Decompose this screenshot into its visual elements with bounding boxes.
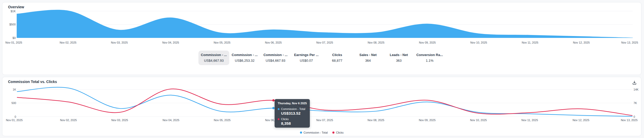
metric-value: US$0.07 <box>291 59 321 63</box>
metric-card[interactable]: Sales - Net364 <box>353 51 383 65</box>
svg-text:Nov 10, 2025: Nov 10, 2025 <box>470 119 487 122</box>
metric-card[interactable]: Conversion Ra...1.1% <box>414 51 445 65</box>
svg-text:Nov 02, 2025: Nov 02, 2025 <box>60 119 77 122</box>
export-button[interactable] <box>631 80 638 86</box>
tooltip-commission-label: Commission - Total <box>281 107 305 111</box>
svg-text:7K: 7K <box>633 101 637 105</box>
tooltip-clicks-value: 8,358 <box>281 121 307 126</box>
metric-label: Commission - ... <box>230 53 260 57</box>
svg-text:$1K: $1K <box>11 10 16 13</box>
commission-dot-icon <box>278 108 280 110</box>
legend-commission-label: Commission - Total <box>304 131 328 134</box>
svg-text:0: 0 <box>15 115 16 118</box>
svg-text:Nov 12, 2025: Nov 12, 2025 <box>573 119 589 122</box>
svg-text:Nov 11, 2025: Nov 11, 2025 <box>522 41 538 44</box>
metric-card[interactable]: Commission - ...US$4,667.93 <box>198 51 229 65</box>
metric-label: Leads - Net <box>384 53 414 57</box>
legend-item-clicks[interactable]: Clicks <box>332 131 344 134</box>
metric-card[interactable]: Earnings Per ...US$0.07 <box>291 51 322 65</box>
metric-card[interactable]: Commision - ...US$4,667.93 <box>260 51 291 65</box>
metric-label: Conversion Ra... <box>415 53 445 57</box>
svg-text:Nov 04, 2025: Nov 04, 2025 <box>162 119 179 122</box>
svg-text:Nov 01, 2025: Nov 01, 2025 <box>6 119 23 122</box>
metric-value: 1.1% <box>415 59 445 63</box>
metric-value: 68,877 <box>322 59 352 63</box>
svg-text:14K: 14K <box>633 88 639 91</box>
svg-text:Nov 02, 2025: Nov 02, 2025 <box>60 41 76 44</box>
svg-text:Nov 03, 2025: Nov 03, 2025 <box>111 41 128 44</box>
svg-text:Nov 10, 2025: Nov 10, 2025 <box>470 41 487 44</box>
svg-text:Nov 08, 2025: Nov 08, 2025 <box>368 41 384 44</box>
chart-legend: Commission - Total Clicks <box>2 131 641 134</box>
metric-label: Commission - ... <box>199 53 229 57</box>
tooltip-date: Thursday, Nov 6 2025 <box>278 102 307 105</box>
metric-value: US$4,667.93 <box>199 59 229 63</box>
metric-value: 363 <box>384 59 414 63</box>
legend-item-commission[interactable]: Commission - Total <box>300 131 328 134</box>
metrics-row: Commission - ...US$4,667.93Commission - … <box>2 51 641 65</box>
overview-title: Overview <box>8 5 24 9</box>
svg-text:Nov 13, 2025: Nov 13, 2025 <box>621 41 638 44</box>
tooltip-clicks-row: Clicks <box>278 118 307 121</box>
svg-text:Nov 07, 2025: Nov 07, 2025 <box>316 41 333 44</box>
clicks-dot-icon <box>278 118 280 120</box>
legend-clicks-label: Clicks <box>336 131 344 134</box>
metric-card[interactable]: Leads - Net363 <box>383 51 414 65</box>
chart-tooltip: Thursday, Nov 6 2025 Commission - Total … <box>275 99 310 128</box>
overview-panel: Overview $0$500$1KNov 01, 2025Nov 02, 20… <box>2 2 641 75</box>
metric-label: Sales - Net <box>353 53 383 57</box>
tooltip-commission-value: US$313.52 <box>281 111 307 115</box>
svg-text:Nov 06, 2025: Nov 06, 2025 <box>265 41 282 44</box>
comparison-panel: Commission Total vs. Clicks 005007K1K14K… <box>2 77 641 136</box>
svg-text:0: 0 <box>633 115 635 118</box>
svg-text:Nov 13, 2025: Nov 13, 2025 <box>621 119 638 122</box>
comparison-line-chart[interactable]: 005007K1K14KNov 01, 2025Nov 02, 2025Nov … <box>2 77 641 136</box>
svg-text:Nov 05, 2025: Nov 05, 2025 <box>214 119 231 122</box>
tooltip-commission-row: Commission - Total <box>278 107 307 111</box>
comparison-title: Commission Total vs. Clicks <box>8 80 57 84</box>
svg-text:Nov 09, 2025: Nov 09, 2025 <box>419 41 436 44</box>
metric-label: Earnings Per ... <box>291 53 321 57</box>
svg-text:Nov 07, 2025: Nov 07, 2025 <box>316 119 333 122</box>
svg-text:Nov 04, 2025: Nov 04, 2025 <box>162 41 179 44</box>
metric-card[interactable]: Commission - ...US$6,253.32 <box>229 51 260 65</box>
metric-label: Clicks <box>322 53 352 57</box>
svg-text:500: 500 <box>11 101 16 105</box>
svg-text:1K: 1K <box>13 88 16 91</box>
tooltip-clicks-label: Clicks <box>281 118 289 121</box>
svg-text:Nov 08, 2025: Nov 08, 2025 <box>368 119 384 122</box>
svg-text:$0: $0 <box>12 36 16 39</box>
metric-label: Commision - ... <box>261 53 290 57</box>
metric-value: 364 <box>353 59 383 63</box>
svg-text:Nov 09, 2025: Nov 09, 2025 <box>419 119 436 122</box>
metric-card[interactable]: Clicks68,877 <box>322 51 353 65</box>
svg-text:Nov 01, 2025: Nov 01, 2025 <box>5 41 22 44</box>
legend-commission-dot-icon <box>300 132 302 134</box>
metric-value: US$6,253.32 <box>230 59 260 63</box>
svg-text:Nov 05, 2025: Nov 05, 2025 <box>214 41 231 44</box>
legend-clicks-dot-icon <box>332 132 334 134</box>
svg-text:Nov 11, 2025: Nov 11, 2025 <box>521 119 538 122</box>
svg-text:$500: $500 <box>9 23 16 26</box>
metric-value: US$4,667.93 <box>261 59 290 63</box>
download-icon <box>632 80 637 85</box>
svg-text:Nov 03, 2025: Nov 03, 2025 <box>111 119 128 122</box>
svg-text:Nov 12, 2025: Nov 12, 2025 <box>573 41 590 44</box>
